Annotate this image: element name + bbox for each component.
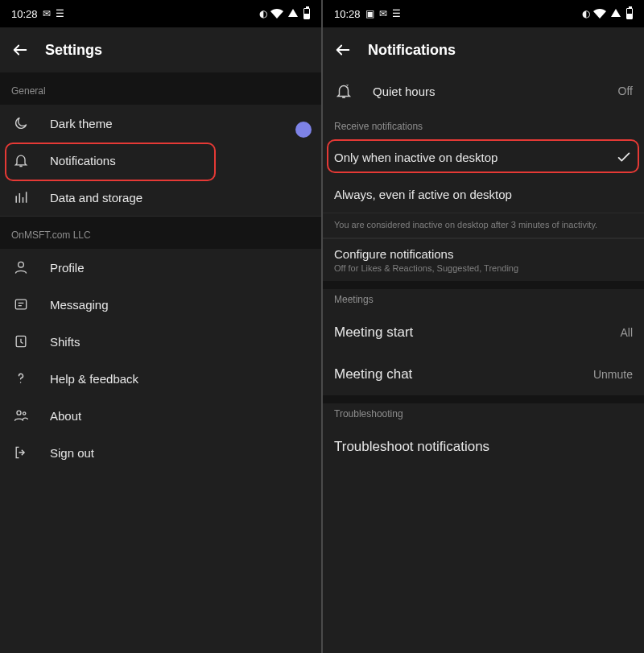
svg-text:z: z [346,83,349,89]
svg-point-4 [23,412,26,415]
row-label: About [50,409,310,423]
row-dark-theme[interactable]: Dark theme [0,105,321,142]
row-label: Dark theme [50,117,310,130]
svg-point-0 [19,262,24,267]
section-header-receive: Receive notifications [323,110,644,138]
app-bar: Settings [0,27,321,72]
clock-icon [11,333,31,349]
row-configure-notifications[interactable]: Configure notifications Off for Likes & … [323,238,644,281]
row-label: Sign out [50,446,310,460]
row-troubleshoot-notifications[interactable]: Troubleshoot notifications [323,426,644,468]
row-help[interactable]: Help & feedback [0,360,321,397]
voicemail-icon: ☰ [56,9,64,19]
svg-point-3 [17,411,21,415]
vibrate-icon: ◐ [582,9,590,19]
row-shifts[interactable]: Shifts [0,323,321,360]
row-label: Meeting chat [334,366,593,382]
row-meeting-chat[interactable]: Meeting chat Unmute [323,353,644,395]
info-inactive-desktop: You are considered inactive on desktop a… [323,213,644,238]
meeting-start-value: All [620,326,633,339]
moon-icon [11,115,31,131]
back-button[interactable] [11,41,37,59]
row-profile[interactable]: Profile [0,249,321,286]
status-bar: 10:28 ✉ ☰ ◐ [0,0,321,27]
image-icon: ▣ [365,9,374,19]
cell-signal-icon [288,9,298,17]
option-only-inactive[interactable]: Only when inactive on desktop [323,138,644,176]
option-label: Always, even if active on desktop [334,188,633,201]
checkmark-icon [615,148,633,166]
row-label: Notifications [50,154,310,167]
row-about[interactable]: About [0,397,321,434]
row-label: Meeting start [334,324,620,341]
option-always[interactable]: Always, even if active on desktop [323,176,644,213]
battery-icon [626,8,633,19]
row-sign-out[interactable]: Sign out [0,434,321,471]
battery-icon [303,8,310,19]
message-icon [11,296,31,312]
bell-sleep-icon: z [334,82,353,100]
option-label: Only when inactive on desktop [334,151,615,164]
row-label: Troubleshoot notifications [334,439,633,455]
status-time: 10:28 [334,8,361,20]
wifi-icon [593,9,606,19]
mail-icon: ✉ [379,9,387,19]
back-button[interactable] [334,41,360,59]
person-icon [11,259,31,275]
vibrate-icon: ◐ [259,9,267,19]
row-label: Quiet hours [373,85,618,98]
row-meeting-start[interactable]: Meeting start All [323,312,644,353]
wifi-icon [270,9,283,19]
row-label: Shifts [50,335,310,349]
row-label: Help & feedback [50,372,310,386]
status-bar: 10:28 ▣ ✉ ☰ ◐ [323,0,644,27]
mail-icon: ✉ [43,9,51,19]
status-time: 10:28 [11,8,38,20]
svg-rect-1 [15,300,26,309]
page-title: Settings [45,42,102,59]
page-title: Notifications [368,42,456,59]
row-label: Profile [50,261,310,275]
phone-right-notifications: 10:28 ▣ ✉ ☰ ◐ Notifications z Quiet hour… [323,0,644,653]
app-bar: Notifications [323,27,644,72]
section-header-troubleshooting: Troubleshooting [323,403,644,426]
bell-icon [11,152,31,168]
row-notifications[interactable]: Notifications [0,142,321,179]
row-quiet-hours[interactable]: z Quiet hours Off [323,72,644,110]
teams-icon [11,407,31,424]
bar-chart-icon [11,189,31,205]
sign-out-icon [11,444,31,461]
help-icon [11,370,31,386]
cell-signal-icon [611,9,621,17]
row-data-storage[interactable]: Data and storage [0,179,321,216]
phone-left-settings: 10:28 ✉ ☰ ◐ Settings General Dark theme [0,0,321,653]
section-header-org: OnMSFT.com LLC [0,217,321,249]
meeting-chat-value: Unmute [593,368,633,381]
section-header-general: General [0,72,321,105]
row-label: Data and storage [50,191,310,205]
row-label: Messaging [50,298,310,312]
quiet-hours-value: Off [618,85,633,97]
configure-sub: Off for Likes & Reactions, Suggested, Tr… [334,263,633,273]
row-messaging[interactable]: Messaging [0,286,321,323]
configure-title: Configure notifications [334,247,633,261]
voicemail-icon: ☰ [392,9,401,19]
section-header-meetings: Meetings [323,289,644,312]
